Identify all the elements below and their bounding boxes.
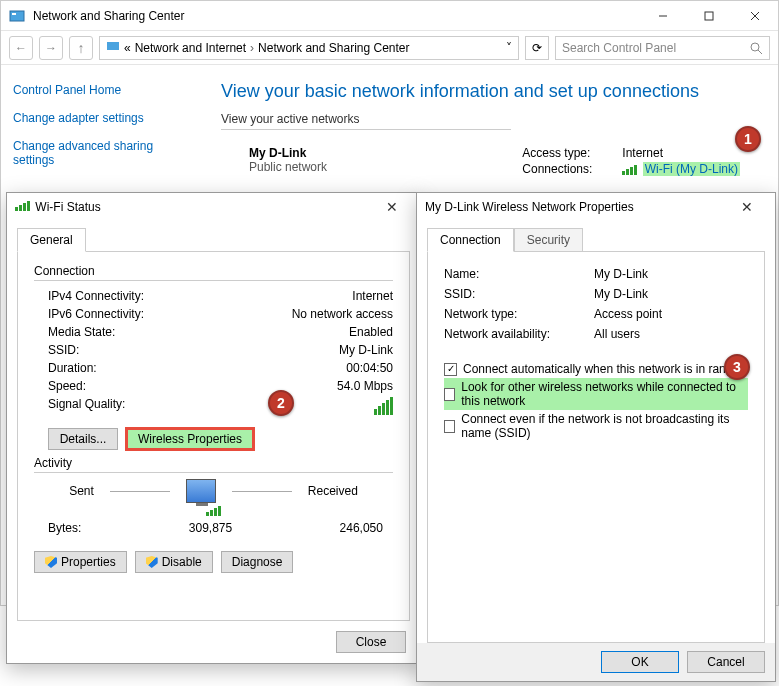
close-button[interactable] — [732, 1, 778, 31]
close-icon[interactable]: ✕ — [372, 199, 412, 215]
wireless-properties-dialog: My D-Link Wireless Network Properties ✕ … — [416, 192, 776, 682]
activity-monitor-icon — [186, 479, 216, 503]
cancel-button[interactable]: Cancel — [687, 651, 765, 673]
breadcrumb-item[interactable]: Network and Internet — [135, 41, 246, 55]
up-button[interactable]: ↑ — [69, 36, 93, 60]
checkbox-auto-connect[interactable]: Connect automatically when this network … — [444, 360, 748, 378]
group-activity: Activity — [34, 456, 393, 470]
search-input[interactable]: Search Control Panel — [555, 36, 770, 60]
control-panel-home-link[interactable]: Control Panel Home — [13, 83, 189, 97]
sidebar-link-advanced-sharing[interactable]: Change advanced sharing settings — [13, 139, 189, 167]
signal-icon — [15, 200, 30, 214]
dialog-title: Wi-Fi Status — [35, 200, 100, 214]
minimize-button[interactable] — [640, 1, 686, 31]
group-connection: Connection — [34, 264, 393, 278]
checkbox-icon — [444, 363, 457, 376]
toolbar: ← → ↑ « Network and Internet › Network a… — [1, 31, 778, 65]
access-type-label: Access type: — [522, 146, 610, 160]
svg-rect-1 — [12, 13, 16, 15]
annotation-badge-1: 1 — [735, 126, 761, 152]
forward-button[interactable]: → — [39, 36, 63, 60]
annotation-badge-2: 2 — [268, 390, 294, 416]
close-button[interactable]: Close — [336, 631, 406, 653]
svg-rect-0 — [10, 11, 24, 21]
bytes-label: Bytes: — [48, 521, 81, 535]
connections-label: Connections: — [522, 162, 610, 178]
signal-icon — [622, 164, 637, 178]
dialog-title: My D-Link Wireless Network Properties — [425, 200, 634, 214]
svg-line-8 — [758, 50, 762, 54]
signal-quality-bars — [374, 397, 393, 418]
sent-label: Sent — [69, 484, 94, 498]
diagnose-button[interactable]: Diagnose — [221, 551, 294, 573]
close-icon[interactable]: ✕ — [727, 199, 767, 215]
disable-button[interactable]: Disable — [135, 551, 213, 573]
tab-general[interactable]: General — [17, 228, 86, 252]
chevron-down-icon[interactable]: ˅ — [506, 41, 512, 55]
window-title: Network and Sharing Center — [33, 9, 640, 23]
received-label: Received — [308, 484, 358, 498]
svg-point-7 — [751, 43, 759, 51]
active-networks-subhead: View your active networks — [221, 112, 758, 126]
maximize-button[interactable] — [686, 1, 732, 31]
properties-button[interactable]: Properties — [34, 551, 127, 573]
svg-rect-6 — [107, 42, 119, 50]
control-panel-icon — [9, 8, 25, 24]
access-type-value: Internet — [622, 146, 663, 160]
bytes-received: 246,050 — [340, 521, 383, 535]
checkbox-look-other-networks[interactable]: Look for other wireless networks while c… — [444, 378, 748, 410]
refresh-button[interactable]: ⟳ — [525, 36, 549, 60]
tab-connection[interactable]: Connection — [427, 228, 514, 252]
wireless-properties-button[interactable]: Wireless Properties — [126, 428, 254, 450]
network-name: My D-Link — [249, 146, 327, 160]
checkbox-icon — [444, 420, 455, 433]
checkbox-connect-hidden[interactable]: Connect even if the network is not broad… — [444, 410, 748, 442]
connection-link[interactable]: Wi-Fi (My D-Link) — [643, 162, 740, 176]
ok-button[interactable]: OK — [601, 651, 679, 673]
sidebar-link-adapter[interactable]: Change adapter settings — [13, 111, 189, 125]
annotation-badge-3: 3 — [724, 354, 750, 380]
activity-signal-icon — [206, 506, 221, 516]
address-bar[interactable]: « Network and Internet › Network and Sha… — [99, 36, 519, 60]
network-type: Public network — [249, 160, 327, 174]
control-panel-icon — [106, 39, 120, 56]
breadcrumb-item[interactable]: Network and Sharing Center — [258, 41, 409, 55]
wifi-status-dialog: Wi-Fi Status ✕ General Connection IPv4 C… — [6, 192, 421, 664]
page-heading: View your basic network information and … — [221, 81, 758, 102]
titlebar: Network and Sharing Center — [1, 1, 778, 31]
bytes-sent: 309,875 — [189, 521, 232, 535]
back-button[interactable]: ← — [9, 36, 33, 60]
search-icon — [749, 41, 763, 55]
checkbox-icon — [444, 388, 455, 401]
tab-security[interactable]: Security — [514, 228, 583, 252]
details-button[interactable]: Details... — [48, 428, 118, 450]
svg-rect-3 — [705, 12, 713, 20]
